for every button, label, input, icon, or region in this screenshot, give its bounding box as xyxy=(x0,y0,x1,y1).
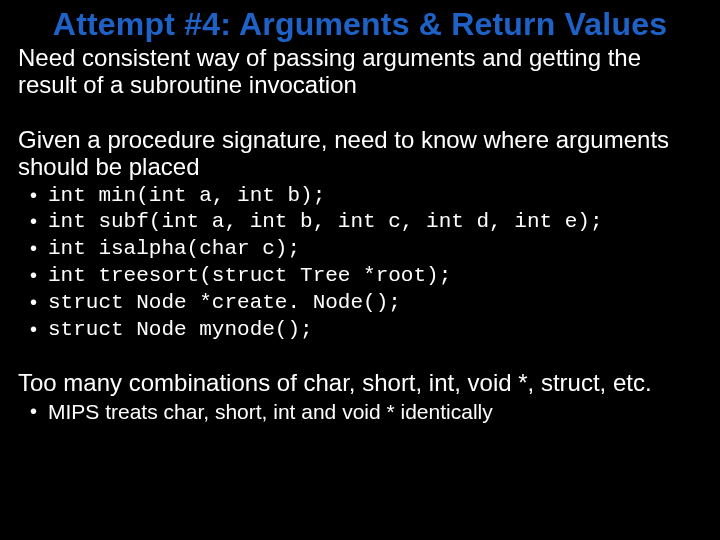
code-item: int treesort(struct Tree *root); xyxy=(48,263,702,290)
code-item: struct Node *create. Node(); xyxy=(48,290,702,317)
sub-item: MIPS treats char, short, int and void * … xyxy=(48,399,702,425)
code-item: struct Node mynode(); xyxy=(48,317,702,344)
mips-note-list: MIPS treats char, short, int and void * … xyxy=(18,399,702,425)
code-item: int subf(int a, int b, int c, int d, int… xyxy=(48,209,702,236)
code-item: int min(int a, int b); xyxy=(48,183,702,210)
code-signature-list: int min(int a, int b); int subf(int a, i… xyxy=(18,183,702,344)
signature-paragraph: Given a procedure signature, need to kno… xyxy=(18,127,702,181)
slide-title: Attempt #4: Arguments & Return Values xyxy=(18,6,702,43)
intro-paragraph: Need consistent way of passing arguments… xyxy=(18,45,702,99)
slide: Attempt #4: Arguments & Return Values Ne… xyxy=(0,0,720,540)
combinations-paragraph: Too many combinations of char, short, in… xyxy=(18,370,702,397)
code-item: int isalpha(char c); xyxy=(48,236,702,263)
